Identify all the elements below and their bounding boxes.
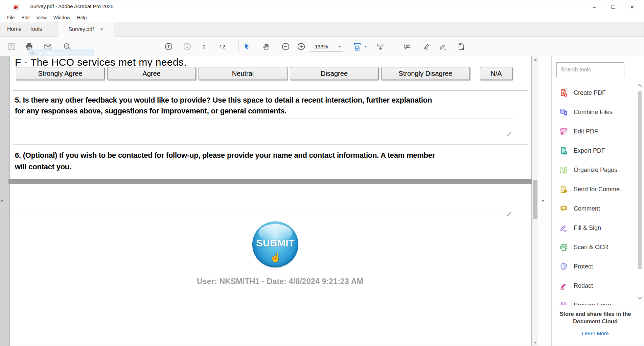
edit-pdf-shortcut-button[interactable]	[456, 41, 466, 51]
tool-label: Send for Comme...	[574, 186, 625, 193]
sidebar-scrollbar-thumb[interactable]	[638, 91, 642, 269]
rating-na-button[interactable]: N/A	[480, 67, 512, 80]
tool-comment[interactable]: Comment	[552, 199, 636, 218]
sign-tool-button[interactable]	[438, 41, 448, 51]
tool-combine-files[interactable]: Combine Files	[552, 103, 636, 122]
chevron-down-icon[interactable]: ▾	[365, 45, 367, 48]
tool-export-pdf[interactable]: Export PDF	[552, 141, 636, 160]
tab-document[interactable]: Survey.pdf ✕	[58, 22, 114, 37]
tool-fill-sign[interactable]: Fill & Sign	[552, 218, 636, 238]
create-pdf-icon	[559, 88, 568, 98]
save-button[interactable]	[6, 41, 17, 51]
chevron-down-icon[interactable]	[638, 295, 642, 300]
menu-view[interactable]: View	[33, 15, 50, 20]
contact-textarea[interactable]	[13, 197, 513, 215]
menu-edit[interactable]: Edit	[18, 15, 33, 20]
rating-agree-button[interactable]: Agree	[107, 67, 196, 80]
highlight-tool-button[interactable]	[420, 41, 431, 51]
window-title: Survey.pdf - Adobe Acrobat Pro 2020	[30, 3, 114, 9]
feedback-textarea[interactable]	[13, 118, 513, 135]
page-number-input[interactable]	[196, 42, 213, 51]
tool-redact[interactable]: Redact	[552, 276, 636, 296]
chevron-up-icon[interactable]	[638, 84, 642, 88]
zoom-level-select[interactable]: 133% ▾	[310, 42, 343, 52]
comment-tool-button[interactable]	[402, 41, 412, 51]
document-scrollbar[interactable]	[532, 56, 538, 346]
sidebar-scrollbar[interactable]	[638, 56, 642, 305]
select-tool-button[interactable]	[241, 41, 251, 51]
page-display-button[interactable]	[375, 41, 385, 51]
send-for-comments-icon	[559, 185, 568, 194]
menu-file[interactable]: File	[4, 15, 18, 20]
redact-icon	[559, 281, 568, 290]
tool-protect[interactable]: Protect	[552, 257, 636, 276]
page-down-icon	[183, 42, 192, 51]
combine-files-icon	[559, 108, 568, 117]
acrobat-app-icon	[13, 4, 19, 10]
tool-label: Protect	[574, 263, 593, 270]
question-5-text: 5. Is there any other feedback you would…	[15, 95, 522, 116]
triangle-up-icon	[534, 59, 537, 61]
rating-neutral-button[interactable]: Neutral	[199, 67, 287, 80]
tab-bar: Home Tools Survey.pdf ✕	[0, 22, 644, 37]
tab-close-icon[interactable]: ✕	[100, 27, 104, 32]
right-pane-toggle[interactable]: ▸	[542, 198, 545, 203]
scan-ocr-icon	[559, 243, 568, 252]
rating-strongly-agree-button[interactable]: Strongly Agree	[16, 67, 105, 80]
tool-prepare-form[interactable]: Prepare Form	[552, 296, 636, 305]
save-icon	[7, 42, 16, 51]
zoom-in-button[interactable]	[296, 41, 306, 51]
tab-tools[interactable]: Tools	[29, 22, 42, 37]
menu-help[interactable]: Help	[74, 15, 90, 20]
menu-window[interactable]: Window	[50, 15, 74, 20]
sidebar-divider	[552, 305, 644, 305]
scrollbar-thumb[interactable]	[533, 180, 537, 219]
protect-shield-icon	[559, 262, 568, 271]
maximize-button[interactable]	[604, 0, 623, 14]
tool-create-pdf[interactable]: Create PDF	[552, 83, 636, 103]
question-6-line1: 6. (Optional) If you wish to be contacte…	[15, 150, 522, 161]
marquee-zoom-button[interactable]	[62, 41, 72, 51]
tab-home[interactable]: Home	[7, 22, 22, 37]
promo-line2: Document Cloud	[552, 318, 639, 325]
document-cloud-promo: Store and share files in the Document Cl…	[552, 310, 639, 337]
tools-list: Create PDF Combine Files Edit PDF Export…	[552, 83, 636, 305]
minimize-button[interactable]: –	[585, 0, 604, 14]
tool-edit-pdf[interactable]: Edit PDF	[552, 122, 636, 141]
tool-label: Combine Files	[574, 109, 613, 116]
print-button[interactable]	[24, 41, 34, 51]
zoom-out-button[interactable]	[280, 41, 291, 51]
tool-send-for-comments[interactable]: Send for Comme...	[552, 180, 636, 199]
search-tools-input[interactable]	[556, 62, 624, 77]
rating-disagree-button[interactable]: Disagree	[290, 67, 378, 80]
tool-label: Export PDF	[574, 147, 605, 154]
quick-toolbar: / 2 133% ▾ ▾ Window Snip	[0, 37, 644, 56]
learn-more-link[interactable]: Learn More	[582, 330, 608, 337]
resize-grip-icon[interactable]	[506, 208, 511, 213]
fit-width-button[interactable]	[352, 41, 362, 51]
left-pane-toggle[interactable]: ▸	[1, 198, 4, 203]
organize-pages-icon	[559, 166, 568, 175]
prepare-form-icon	[559, 301, 568, 305]
tool-label: Fill & Sign	[574, 224, 601, 232]
section-divider	[13, 144, 528, 145]
close-button[interactable]: ✕	[623, 0, 642, 14]
scroll-pages-icon	[376, 42, 385, 51]
resize-grip-icon[interactable]	[506, 128, 511, 133]
tool-label: Organize Pages	[574, 167, 617, 174]
scroll-down-arrow[interactable]	[532, 340, 538, 346]
previous-page-button[interactable]	[163, 41, 174, 51]
tool-organize-pages[interactable]: Organize Pages	[552, 160, 636, 180]
rating-strongly-disagree-button[interactable]: Strongly Disagree	[381, 67, 470, 80]
tool-scan-ocr[interactable]: Scan & OCR	[552, 238, 636, 257]
promo-line1: Store and share files in the	[552, 310, 639, 318]
next-page-button[interactable]	[182, 41, 192, 51]
hand-tool-icon	[261, 42, 271, 51]
maximize-icon	[612, 5, 615, 9]
toolbar-separator	[394, 40, 394, 52]
scroll-up-arrow[interactable]	[532, 57, 538, 63]
tool-label: Create PDF	[574, 89, 606, 96]
hand-tool-button[interactable]	[261, 41, 271, 51]
email-button[interactable]	[43, 41, 53, 51]
pointer-icon	[242, 42, 251, 51]
